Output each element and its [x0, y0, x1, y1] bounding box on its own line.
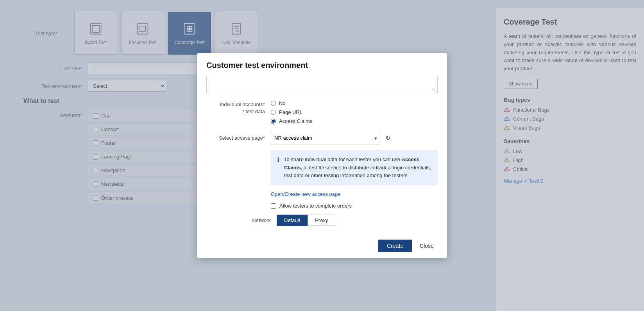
radio-access-claims-input[interactable]	[271, 119, 276, 124]
allow-testers-row: Allow testers to complete orders	[271, 203, 438, 209]
network-row: Network Default Proxy	[245, 215, 438, 226]
network-label: Network	[245, 217, 271, 223]
radio-no[interactable]: No	[271, 100, 312, 106]
modal-dialog: Customer test environment ⤡ Individual a…	[197, 53, 447, 258]
modal-overlay: Customer test environment ⤡ Individual a…	[0, 0, 644, 311]
individual-accounts-label: Individual accounts*/ test data	[206, 100, 265, 115]
info-circle-icon: ℹ	[277, 156, 279, 163]
access-page-select-container: NR access claim ▾	[271, 132, 380, 144]
radio-page-url-input[interactable]	[271, 110, 276, 115]
info-box-text: To share individual data for each tester…	[284, 156, 431, 180]
create-button[interactable]: Create	[378, 240, 412, 252]
radio-access-claims[interactable]: Access Claims	[271, 118, 312, 124]
open-create-access-page-link[interactable]: Open/Create new access page	[271, 191, 438, 197]
radio-no-input[interactable]	[271, 101, 276, 106]
modal-footer: Create Close	[197, 234, 447, 258]
radio-page-url-label: Page URL	[279, 109, 302, 115]
textarea-partial-container: ⤡	[206, 76, 438, 94]
info-box: ℹ To share individual data for each test…	[271, 150, 438, 185]
select-access-page-row: Select access page* NR access claim ▾ ↻	[206, 132, 438, 144]
allow-testers-checkbox[interactable]	[271, 203, 276, 209]
radio-group: No Page URL Access Claims	[271, 100, 312, 124]
modal-title: Customer test environment	[206, 61, 438, 70]
individual-accounts-label-text: Individual accounts*/ test data	[220, 101, 265, 114]
individual-accounts-row: Individual accounts*/ test data No Page …	[206, 100, 438, 124]
radio-page-url[interactable]: Page URL	[271, 109, 312, 115]
modal-header: Customer test environment	[197, 53, 447, 76]
resize-handle: ⤡	[432, 87, 436, 92]
close-button[interactable]: Close	[416, 240, 438, 252]
description-textarea[interactable]	[206, 76, 438, 93]
network-proxy-button[interactable]: Proxy	[308, 215, 335, 226]
select-access-page-label: Select access page*	[206, 135, 265, 141]
radio-no-label: No	[279, 100, 286, 106]
network-btn-group: Default Proxy	[277, 215, 335, 226]
radio-access-claims-label: Access Claims	[279, 118, 312, 124]
modal-body: ⤡ Individual accounts*/ test data No Pag…	[197, 76, 447, 234]
refresh-button[interactable]: ↻	[383, 133, 392, 142]
access-page-select[interactable]: NR access claim	[271, 132, 380, 144]
allow-testers-label: Allow testers to complete orders	[279, 203, 352, 209]
access-select-wrapper: NR access claim ▾ ↻	[271, 132, 392, 144]
network-default-button[interactable]: Default	[277, 215, 308, 226]
